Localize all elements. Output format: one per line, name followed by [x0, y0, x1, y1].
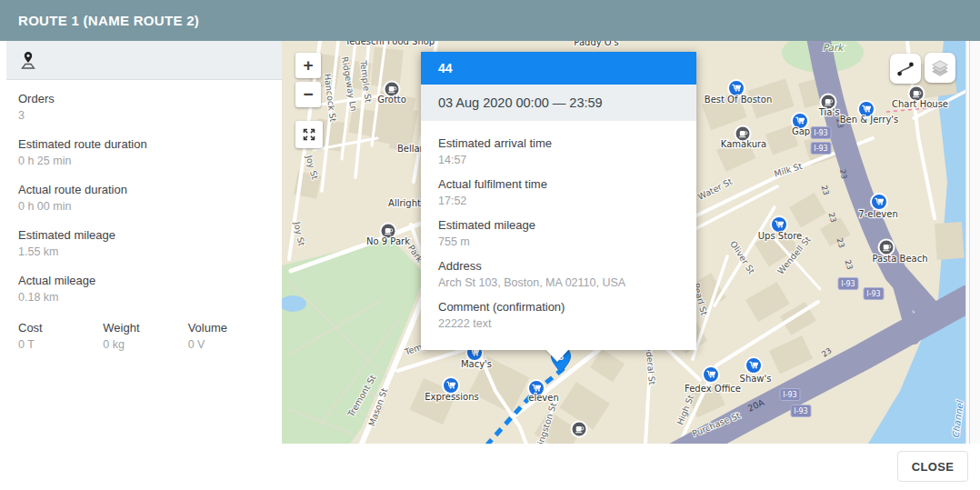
field-estimated-arrival: Estimated arrival time 14:57	[438, 135, 679, 168]
panel-toolbar	[6, 41, 282, 80]
stat-estimated-duration: Estimated route duration 0 h 25 min	[18, 137, 273, 168]
field-comment: Comment (confirmation) 22222 text	[438, 299, 679, 332]
stat-value: 0 h 00 min	[18, 199, 273, 214]
motorway-shield: I-93	[780, 389, 800, 401]
stat-label: Estimated mileage	[18, 228, 273, 243]
stat-value: 0.18 km	[18, 290, 273, 305]
stat-label: Actual mileage	[18, 274, 273, 288]
zoom-in-button[interactable]: +	[295, 53, 321, 78]
route-stats: Orders 3 Estimated route duration 0 h 25…	[18, 92, 273, 352]
stat-orders: Orders 3	[18, 92, 273, 123]
poi-label: Grotto	[377, 95, 406, 105]
motorway-shield: I-93	[838, 278, 858, 290]
field-label: Estimated mileage	[438, 217, 679, 233]
fullscreen-button[interactable]	[295, 121, 323, 148]
stat-value: 0 kg	[103, 337, 187, 352]
poi-label: Ben & Jerry's	[840, 115, 899, 125]
poi-label: Shaw's	[740, 374, 772, 384]
hwnum-label: 23	[838, 168, 849, 179]
dialog-header: ROUTE 1 (NAME ROUTE 2)	[0, 0, 980, 41]
poi-label: Macy's	[461, 359, 492, 369]
route-dialog: ROUTE 1 (NAME ROUTE 2) Orders 3 Estimate…	[0, 0, 980, 490]
field-label: Actual fulfilment time	[438, 176, 679, 192]
poi-label: eleven	[528, 393, 559, 403]
shop-poi-icon[interactable]	[703, 366, 719, 383]
motorway-shield: I-93	[791, 405, 811, 417]
poi-label: Pasta Beach	[872, 254, 927, 264]
order-time-window: 03 Aug 2020 00:00 — 23:59	[421, 85, 696, 121]
motorway-shield: I-93	[864, 288, 884, 300]
svg-text:I-93: I-93	[783, 391, 796, 399]
shop-poi-icon[interactable]	[871, 194, 887, 210]
svg-text:I-93: I-93	[866, 290, 880, 298]
poi-label: Allright	[388, 198, 421, 208]
field-value: Arch St 103, Boston, MA 02110, USA	[438, 275, 679, 291]
stat-value: 0 h 25 min	[18, 154, 273, 168]
route-icon	[895, 58, 915, 80]
stat-value: 1.55 km	[18, 245, 273, 259]
vertical-scrollbar[interactable]	[965, 41, 980, 444]
layers-icon	[930, 57, 950, 79]
field-label: Address	[438, 258, 679, 274]
motorway-shield: I-93	[811, 143, 831, 155]
route-summary-panel: Orders 3 Estimated route duration 0 h 25…	[0, 41, 282, 444]
field-value: 755 m	[438, 235, 679, 250]
poi-label: Tedeschi Food Shop	[345, 41, 435, 46]
field-label: Estimated arrival time	[438, 135, 679, 151]
order-popup-title: 44	[421, 52, 696, 85]
map-canvas[interactable]: Hancock StRidgeway LnTemple StJoy StJoy …	[282, 41, 966, 444]
stat-volume: Volume 0 V	[188, 321, 273, 352]
poi-label: Best Of Boston	[705, 95, 772, 105]
stat-value: 0 V	[188, 337, 273, 352]
field-value: 17:52	[438, 194, 679, 209]
stat-label: Orders	[18, 92, 273, 106]
stat-weight: Weight 0 kg	[103, 321, 187, 352]
order-popup: 44 03 Aug 2020 00:00 — 23:59 Estimated a…	[421, 52, 696, 350]
stat-value: 0 T	[18, 337, 103, 352]
stat-cost: Cost 0 T	[18, 321, 103, 352]
stat-label: Volume	[188, 321, 273, 335]
field-estimated-mileage: Estimated mileage 755 m	[438, 217, 679, 250]
dialog-title: ROUTE 1 (NAME ROUTE 2)	[18, 0, 199, 41]
field-value: 14:57	[438, 153, 679, 168]
svg-text:I-93: I-93	[794, 407, 807, 415]
stat-label: Weight	[103, 321, 187, 335]
capacity-stats: Cost 0 T Weight 0 kg Volume 0 V	[18, 321, 273, 352]
order-popup-body: Estimated arrival time 14:57 Actual fulf…	[421, 121, 696, 350]
poi-label: Fedex Office	[685, 384, 741, 394]
stat-label: Estimated route duration	[18, 137, 273, 152]
cafe-poi-icon[interactable]	[572, 422, 587, 437]
stat-actual-mileage: Actual mileage 0.18 km	[18, 274, 273, 305]
svg-text:I-93: I-93	[814, 145, 827, 153]
close-button[interactable]: CLOSE	[897, 451, 968, 482]
poi-label: Expressions	[425, 392, 479, 402]
poi-label: No 9 Park	[366, 236, 410, 246]
fullscreen-icon	[302, 127, 316, 142]
svg-text:I-93: I-93	[841, 280, 855, 288]
poi-label: Kamakura	[721, 139, 766, 149]
field-address: Address Arch St 103, Boston, MA 02110, U…	[438, 258, 679, 291]
layers-button[interactable]	[925, 53, 955, 83]
area-label: Park	[823, 42, 845, 53]
popup-arrow	[545, 349, 569, 362]
poi-label: Gap	[792, 126, 810, 136]
field-actual-fulfilment: Actual fulfilment time 17:52	[438, 176, 679, 209]
poi-label: Paddy O's	[574, 41, 618, 47]
cafe-poi-icon[interactable]	[879, 240, 895, 255]
stat-label: Actual route duration	[18, 183, 273, 197]
stat-actual-duration: Actual route duration 0 h 00 min	[18, 183, 273, 214]
poi-label: Chart House	[892, 99, 948, 109]
stat-label: Cost	[18, 321, 103, 335]
dialog-footer: CLOSE	[0, 444, 980, 490]
svg-text:I-93: I-93	[814, 129, 827, 137]
stat-value: 3	[18, 108, 273, 123]
zoom-out-button[interactable]: −	[295, 82, 321, 107]
route-toggle-button[interactable]	[890, 54, 921, 84]
poi-label: Ups Store	[758, 231, 803, 241]
field-label: Comment (confirmation)	[438, 299, 679, 315]
field-value: 22222 text	[438, 316, 679, 332]
stat-estimated-mileage: Estimated mileage 1.55 km	[18, 228, 273, 259]
map-pin-icon	[18, 49, 38, 71]
shop-poi-icon[interactable]	[745, 357, 762, 374]
poi-label: Tia's	[818, 107, 840, 117]
